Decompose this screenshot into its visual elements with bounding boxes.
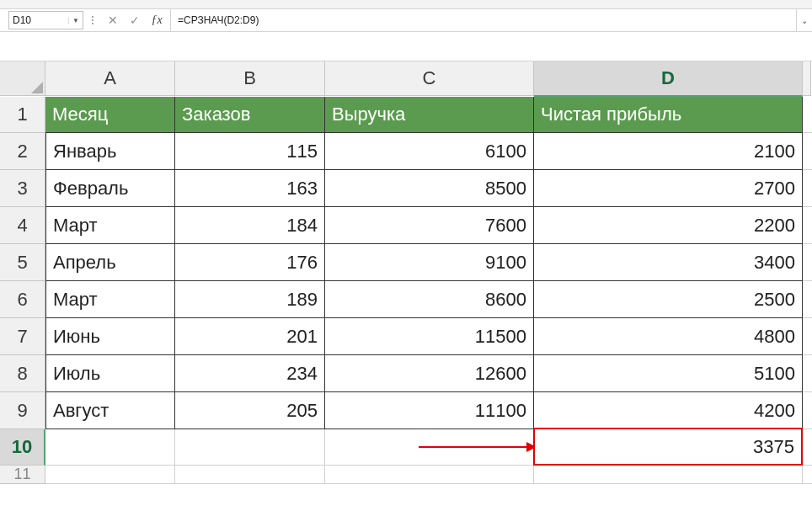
cell-revenue[interactable]: 9100 <box>325 244 534 281</box>
cell-orders[interactable]: 184 <box>175 207 325 244</box>
cell-profit[interactable]: 3400 <box>534 244 803 281</box>
x-icon: ✕ <box>108 13 118 27</box>
cell-month[interactable]: Февраль <box>45 170 175 207</box>
spreadsheet-grid[interactable]: A B C D 1 Месяц Заказов Выручка Чистая п… <box>0 61 812 484</box>
row-header[interactable]: 4 <box>0 207 45 244</box>
cell-orders[interactable]: 163 <box>175 170 325 207</box>
expand-formula-bar-button[interactable]: ⌄ <box>796 9 812 31</box>
cell-profit[interactable]: 5100 <box>534 355 803 392</box>
cell-empty[interactable] <box>803 429 812 466</box>
cell-empty[interactable] <box>45 466 175 484</box>
cell-profit[interactable]: 2200 <box>534 207 803 244</box>
cell-profit[interactable]: 4800 <box>534 318 803 355</box>
cell-d10-value: 3375 <box>533 428 803 466</box>
cell-b10[interactable] <box>175 429 325 466</box>
chevron-down-icon: ▼ <box>72 17 79 24</box>
cell-c10[interactable] <box>325 429 534 466</box>
col-header-extra <box>803 61 811 96</box>
cell-empty[interactable] <box>803 392 812 429</box>
cell-empty[interactable] <box>803 466 812 484</box>
col-header-c[interactable]: C <box>325 61 534 96</box>
cell-month[interactable]: Март <box>45 281 175 318</box>
name-box[interactable] <box>9 14 68 26</box>
check-icon: ✓ <box>130 13 140 27</box>
row-header[interactable]: 9 <box>0 392 45 429</box>
cell-empty[interactable] <box>534 466 803 484</box>
insert-function-button[interactable]: ƒx <box>148 12 165 29</box>
row-header-1[interactable]: 1 <box>0 97 45 133</box>
table-header-month[interactable]: Месяц <box>45 97 175 133</box>
row-header-10[interactable]: 10 <box>0 429 45 466</box>
cell-revenue[interactable]: 11100 <box>325 392 534 429</box>
formula-bar: ▼ ✕ ✓ ƒx ⌄ <box>0 9 812 32</box>
row-header[interactable]: 7 <box>0 318 45 355</box>
cell-profit[interactable]: 2700 <box>534 170 803 207</box>
cell-month[interactable]: Январь <box>45 133 175 170</box>
row-header[interactable]: 6 <box>0 281 45 318</box>
cell-month[interactable]: Июнь <box>45 318 175 355</box>
cell-orders[interactable]: 201 <box>175 318 325 355</box>
cell-orders[interactable]: 189 <box>175 281 325 318</box>
cell-month[interactable]: Апрель <box>45 244 175 281</box>
cell-profit[interactable]: 4200 <box>534 392 803 429</box>
cell-empty[interactable] <box>803 244 812 281</box>
ribbon-gap <box>0 32 812 61</box>
col-header-a[interactable]: A <box>45 61 175 96</box>
cell-empty[interactable] <box>803 97 812 133</box>
arrow-right-icon <box>419 439 537 455</box>
grip-icon <box>92 16 96 24</box>
cell-revenue[interactable]: 8600 <box>325 281 534 318</box>
cell-empty[interactable] <box>803 170 812 207</box>
ribbon-strip <box>0 0 812 9</box>
cell-revenue[interactable]: 7600 <box>325 207 534 244</box>
cell-revenue[interactable]: 12600 <box>325 355 534 392</box>
cell-orders[interactable]: 205 <box>175 392 325 429</box>
cell-empty[interactable] <box>803 133 812 170</box>
cell-revenue[interactable]: 11500 <box>325 318 534 355</box>
row-header[interactable]: 3 <box>0 170 45 207</box>
cell-empty[interactable] <box>803 355 812 392</box>
cell-a10[interactable] <box>45 429 175 466</box>
table-header-profit[interactable]: Чистая прибыль <box>534 97 803 133</box>
name-box-dropdown[interactable]: ▼ <box>68 17 83 24</box>
row-header[interactable]: 8 <box>0 355 45 392</box>
cell-month[interactable]: Март <box>45 207 175 244</box>
cell-empty[interactable] <box>803 318 812 355</box>
fx-icon: ƒx <box>151 13 162 27</box>
cell-d10-active[interactable]: 3375 <box>534 429 803 466</box>
cell-revenue[interactable]: 8500 <box>325 170 534 207</box>
cell-empty[interactable] <box>175 466 325 484</box>
cell-month[interactable]: Июль <box>45 355 175 392</box>
cell-orders[interactable]: 234 <box>175 355 325 392</box>
cell-empty[interactable] <box>803 207 812 244</box>
table-header-orders[interactable]: Заказов <box>175 97 325 133</box>
name-box-wrap[interactable]: ▼ <box>8 11 83 29</box>
col-header-b[interactable]: B <box>175 61 325 96</box>
cell-profit[interactable]: 2100 <box>534 133 803 170</box>
accept-formula-button[interactable]: ✓ <box>126 12 143 29</box>
cell-orders[interactable]: 115 <box>175 133 325 170</box>
row-header[interactable]: 5 <box>0 244 45 281</box>
row-header[interactable]: 2 <box>0 133 45 170</box>
cell-month[interactable]: Август <box>45 392 175 429</box>
cancel-formula-button[interactable]: ✕ <box>104 12 121 29</box>
chevron-down-icon: ⌄ <box>801 16 808 25</box>
cell-orders[interactable]: 176 <box>175 244 325 281</box>
table-header-revenue[interactable]: Выручка <box>325 97 534 133</box>
cell-profit[interactable]: 2500 <box>534 281 803 318</box>
formula-buttons: ✕ ✓ ƒx <box>87 9 171 31</box>
cell-revenue[interactable]: 6100 <box>325 133 534 170</box>
select-all-corner[interactable] <box>0 61 45 96</box>
formula-input[interactable] <box>171 9 796 31</box>
cell-empty[interactable] <box>325 466 534 484</box>
row-header-11[interactable]: 11 <box>0 466 45 484</box>
col-header-d[interactable]: D <box>534 61 803 97</box>
cell-empty[interactable] <box>803 281 812 318</box>
